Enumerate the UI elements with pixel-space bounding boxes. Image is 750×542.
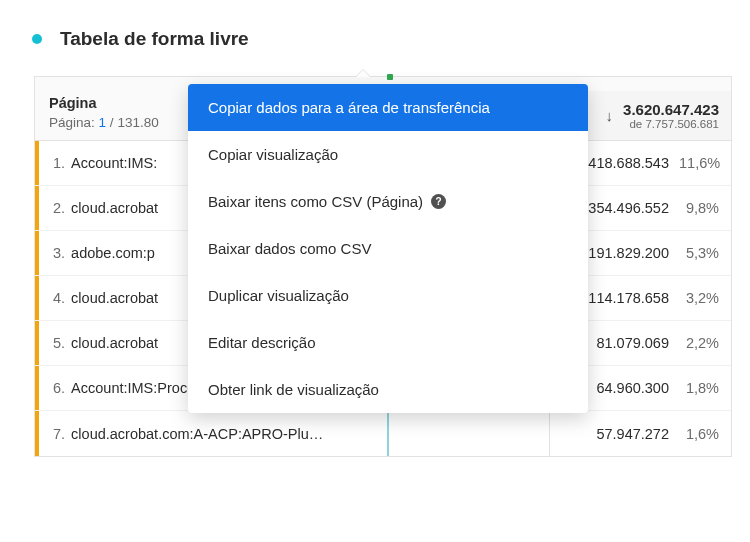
- metric-total: 3.620.647.423: [623, 101, 719, 118]
- row-percent: 1,6%: [679, 426, 719, 442]
- row-percent: 5,3%: [679, 245, 719, 261]
- insertion-marker-icon: [387, 74, 393, 80]
- row-label: Account:IMS:: [71, 155, 157, 171]
- row-percent: 1,8%: [679, 380, 719, 396]
- row-percent: 11,6%: [679, 155, 719, 171]
- row-label: cloud.acrobat.com:A-ACP:APRO-Plu…: [71, 426, 323, 442]
- menu-download-data-csv[interactable]: Baixar dados como CSV: [188, 225, 588, 272]
- metric-subtotal: de 7.757.506.681: [623, 118, 719, 130]
- row-value: 64.960.300: [596, 380, 669, 396]
- help-icon[interactable]: ?: [431, 194, 446, 209]
- caret-up-icon: [355, 69, 371, 77]
- panel-title: Tabela de forma livre: [60, 28, 249, 50]
- menu-download-items-csv[interactable]: Baixar itens como CSV (Página) ?: [188, 178, 588, 225]
- sort-desc-icon[interactable]: ↓: [606, 107, 614, 124]
- row-label: cloud.acrobat: [71, 290, 158, 306]
- current-page[interactable]: 1: [99, 115, 107, 130]
- row-value: 57.947.272: [596, 426, 669, 442]
- table-row[interactable]: 7.cloud.acrobat.com:A-ACP:APRO-Plu… 57.9…: [35, 411, 731, 456]
- row-percent: 3,2%: [679, 290, 719, 306]
- row-label: cloud.acrobat: [71, 200, 158, 216]
- row-percent: 2,2%: [679, 335, 719, 351]
- row-percent: 9,8%: [679, 200, 719, 216]
- menu-copy-visualization[interactable]: Copiar visualização: [188, 131, 588, 178]
- row-label: adobe.com:p: [71, 245, 155, 261]
- row-value: 191.829.200: [588, 245, 669, 261]
- row-value: 114.178.658: [588, 290, 669, 306]
- menu-edit-description[interactable]: Editar descrição: [188, 319, 588, 366]
- menu-copy-to-clipboard[interactable]: Copiar dados para a área de transferênci…: [188, 84, 588, 131]
- context-menu: Copiar dados para a área de transferênci…: [188, 84, 588, 413]
- row-value: 354.496.552: [588, 200, 669, 216]
- panel-color-dot: [32, 34, 42, 44]
- row-value: 81.079.069: [596, 335, 669, 351]
- row-label: cloud.acrobat: [71, 335, 158, 351]
- panel-header: Tabela de forma livre: [32, 28, 732, 50]
- menu-duplicate-visualization[interactable]: Duplicar visualização: [188, 272, 588, 319]
- menu-get-visualization-link[interactable]: Obter link de visualização: [188, 366, 588, 413]
- row-value: 418.688.543: [588, 155, 669, 171]
